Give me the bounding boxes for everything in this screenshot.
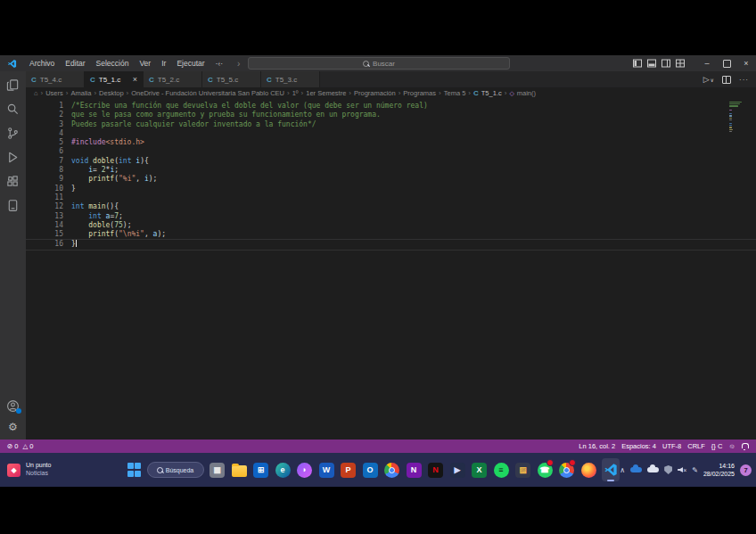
source-control-icon[interactable]: [6, 126, 21, 140]
tab-T5_5.c[interactable]: CT5_5.c: [202, 71, 261, 87]
code-line: 14 doble(75);: [26, 221, 756, 230]
breadcrumb[interactable]: ⌂›Users›Amalia›Desktop›OneDrive - Fundac…: [26, 87, 756, 99]
browser-profile-icon[interactable]: [558, 458, 576, 481]
breadcrumb-item[interactable]: Users: [45, 89, 63, 97]
spotify-icon[interactable]: ≡: [492, 458, 510, 481]
breadcrumb-item[interactable]: 1er Semestre: [306, 89, 346, 97]
toggle-secondary-sidebar-icon[interactable]: [662, 59, 670, 68]
menu-item[interactable]: Editar: [60, 59, 90, 68]
security-shield-icon[interactable]: [664, 465, 672, 474]
notification-count-badge[interactable]: 7: [740, 464, 752, 476]
minimize-button[interactable]: –: [697, 55, 717, 71]
breadcrumb-item[interactable]: Programas: [403, 89, 436, 97]
breadcrumb-symbol[interactable]: main(): [517, 89, 536, 97]
search-icon[interactable]: [6, 102, 21, 116]
tab-T5_2.c[interactable]: CT5_2.c: [144, 71, 202, 87]
taskbar-search[interactable]: Búsqueda: [147, 462, 204, 478]
minimap-line: [729, 125, 732, 126]
media-app-icon[interactable]: ▶: [448, 458, 466, 481]
restore-button[interactable]: [717, 55, 736, 71]
more-actions-icon[interactable]: ···: [739, 76, 749, 84]
status-item[interactable]: CRLF: [687, 442, 705, 450]
line-content: doble(75);: [71, 221, 131, 230]
toggle-panel-icon[interactable]: [647, 59, 656, 68]
breadcrumb-item[interactable]: Amalia: [70, 89, 91, 97]
run-code-button[interactable]: ▷∨: [703, 75, 714, 84]
settings-gear-icon[interactable]: ⚙: [6, 420, 21, 434]
widgets-button[interactable]: ◆ Un punto Noticias: [7, 462, 51, 478]
breadcrumb-separator: ›: [468, 89, 471, 97]
line-content: int a=7;: [71, 212, 123, 221]
breadcrumb-file[interactable]: T5_1.c: [481, 89, 502, 97]
widget-line2: Noticias: [26, 470, 51, 478]
minimap[interactable]: [729, 102, 744, 133]
toggle-sidebar-icon[interactable]: [633, 59, 642, 68]
menu-item[interactable]: Archivo: [24, 59, 60, 68]
close-tab-icon[interactable]: ×: [133, 75, 137, 84]
clock[interactable]: 14:16 28/02/2025: [703, 462, 735, 478]
status-item[interactable]: {} C: [711, 442, 723, 450]
tab-T5_3.c[interactable]: CT5_3.c: [261, 71, 320, 87]
command-center-search[interactable]: Buscar: [248, 57, 510, 70]
excel-icon[interactable]: X: [471, 458, 489, 481]
menu-item[interactable]: Selección: [91, 59, 135, 68]
c-file-icon: C: [267, 76, 272, 84]
microsoft-store-icon[interactable]: ⊞: [252, 458, 270, 481]
chrome-glyph: [384, 463, 399, 478]
remote-explorer-icon[interactable]: [6, 198, 21, 212]
onenote-icon[interactable]: N: [405, 458, 423, 481]
breadcrumb-item[interactable]: Programación: [354, 89, 396, 97]
onedrive-icon[interactable]: [630, 467, 642, 472]
firefox-icon[interactable]: [579, 458, 597, 481]
netflix-icon[interactable]: N: [427, 458, 445, 481]
split-editor-icon[interactable]: [722, 76, 731, 84]
photos-icon[interactable]: ▨: [514, 458, 532, 481]
status-item[interactable]: UTF-8: [662, 442, 681, 450]
notifications-bell-icon[interactable]: [742, 444, 749, 448]
volume-muted-icon[interactable]: ×: [678, 467, 686, 473]
line-number: 13: [26, 212, 71, 221]
code-area: 1/*Escribe una función que devuelva el d…: [26, 102, 756, 251]
copilot-icon[interactable]: ◗: [296, 458, 314, 481]
vscode-icon[interactable]: [602, 458, 620, 481]
whatsapp-icon[interactable]: ☎: [536, 458, 554, 481]
tab-T5_1.c[interactable]: CT5_1.c×: [85, 71, 144, 87]
code-editor[interactable]: 1/*Escribe una función que devuelva el d…: [26, 99, 756, 440]
breadcrumb-item[interactable]: Desktop: [99, 89, 124, 97]
chrome-icon[interactable]: [383, 458, 401, 481]
run-debug-icon[interactable]: [6, 150, 21, 164]
task-view-icon[interactable]: ▦: [209, 458, 226, 481]
home-icon[interactable]: ⌂: [34, 89, 38, 97]
onedrive-personal-icon[interactable]: [647, 467, 659, 472]
extensions-icon[interactable]: [6, 174, 21, 188]
edge-icon[interactable]: e: [274, 458, 292, 481]
customize-layout-icon[interactable]: [676, 59, 685, 68]
outlook-icon[interactable]: O: [361, 458, 379, 481]
hidden-icons-chevron[interactable]: ∧: [620, 466, 625, 474]
line-content: printf("%i", i);: [71, 175, 157, 184]
explorer-icon[interactable]: [6, 78, 21, 92]
word-icon[interactable]: W: [317, 458, 335, 481]
breadcrumb-item[interactable]: OneDrive - Fundación Universitaria San P…: [131, 89, 284, 97]
powerpoint-icon[interactable]: P: [340, 458, 357, 481]
menu-item[interactable]: Ejecutar: [171, 59, 210, 68]
line-number: 5: [26, 138, 71, 147]
menu-item[interactable]: Ver: [134, 59, 156, 68]
menu-item[interactable]: Ir: [156, 59, 171, 68]
start-button[interactable]: [127, 462, 143, 478]
breadcrumb-item[interactable]: 1º: [292, 89, 299, 97]
close-button[interactable]: ×: [736, 55, 756, 71]
file-explorer-icon[interactable]: [230, 458, 248, 481]
problems-indicator[interactable]: ⊘0 △0: [7, 442, 33, 450]
breadcrumb-separator: ›: [94, 89, 96, 97]
status-item[interactable]: Ln 16, col. 2: [579, 442, 615, 450]
history-nav-arrows[interactable]: ‹ ›: [218, 59, 247, 69]
status-item[interactable]: Espacios: 4: [621, 442, 656, 450]
tab-T5_4.c[interactable]: CT5_4.c: [26, 71, 85, 87]
breadcrumb-item[interactable]: Tema 5: [444, 89, 466, 97]
line-content: /*Escribe una función que devuelva el do…: [71, 102, 428, 111]
minimap-line: [729, 115, 732, 116]
feedback-icon[interactable]: ☺: [728, 442, 735, 450]
pen-input-icon[interactable]: ✎: [692, 466, 698, 474]
accounts-icon[interactable]: [6, 398, 21, 413]
